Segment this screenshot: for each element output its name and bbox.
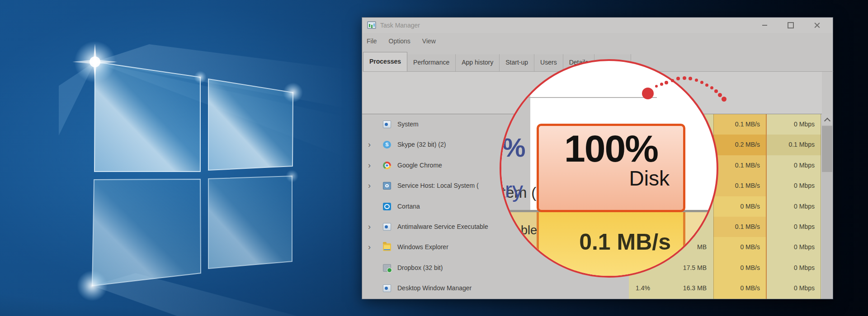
net-cell: 0 Mbps — [767, 196, 821, 217]
disk-cell: 0.1 MB/s — [713, 114, 767, 135]
servicehost-icon — [383, 182, 391, 190]
scroll-up-icon[interactable] — [822, 114, 832, 125]
chrome-icon — [383, 162, 391, 169]
process-name: Skype (32 bit) (2) — [397, 135, 446, 155]
trail-dot — [700, 81, 703, 84]
net-cell: 0 Mbps — [767, 258, 821, 278]
process-row[interactable]: Desktop Window Manager1.4%16.3 MB0 MB/s0… — [362, 278, 822, 298]
magnified-disk-header: 100% Disk — [537, 124, 685, 212]
net-cell: 0 Mbps — [767, 237, 821, 257]
trail-dot — [660, 83, 663, 86]
expander-icon[interactable]: › — [368, 135, 371, 155]
task-manager-icon — [367, 21, 376, 29]
folder-icon — [383, 243, 391, 251]
trail-dot — [705, 84, 708, 87]
skype-icon — [383, 141, 391, 149]
magnifier-overlay: % ystem ( ry cutable 0.1 MB/s 100% Disk — [500, 59, 718, 278]
magnified-disk-rate: 0.1 MB/s — [537, 229, 685, 255]
cpu-cell: 1.4% — [629, 278, 658, 298]
net-cell: 0 Mbps — [767, 278, 821, 298]
trail-dot — [689, 77, 692, 80]
maximize-button[interactable] — [778, 18, 804, 33]
process-name: Google Chrome — [397, 155, 442, 176]
mem-cell: 16.3 MB — [658, 278, 713, 298]
close-button[interactable] — [804, 18, 830, 33]
trail-dot — [676, 77, 680, 80]
magnified-fragment-ry: ry — [505, 177, 523, 202]
menu-item-file[interactable]: File — [367, 37, 377, 45]
magnified-disk-percent: 100% — [539, 127, 683, 171]
expander-icon[interactable]: › — [368, 155, 371, 176]
window-icon — [383, 223, 391, 231]
minimize-button[interactable] — [751, 18, 778, 33]
menu-item-view[interactable]: View — [422, 37, 436, 45]
tab-users[interactable]: Users — [534, 54, 563, 71]
disk-cell: 0.1 MB/s — [713, 176, 767, 196]
trail-dot — [695, 79, 698, 82]
net-cell: 0 Mbps — [767, 217, 821, 237]
trail-dot — [671, 79, 674, 82]
dropbox-icon — [383, 264, 391, 272]
process-name: Desktop Window Manager — [397, 278, 472, 298]
title-bar: Task Manager — [362, 18, 833, 33]
process-name: Antimalware Service Executable — [397, 217, 488, 237]
trail-dot — [714, 89, 718, 93]
expander-icon[interactable]: › — [368, 176, 371, 196]
trail-dot — [683, 76, 686, 80]
process-name: Cortana — [397, 196, 420, 217]
process-name: Windows Explorer — [397, 237, 448, 257]
trail-dot — [655, 85, 658, 88]
scrollbar[interactable] — [822, 114, 832, 299]
net-cell: 0.1 Mbps — [767, 135, 821, 155]
disk-cell: 0 MB/s — [713, 278, 767, 298]
trail-dot — [722, 97, 726, 102]
disk-cell: 0 MB/s — [713, 258, 767, 278]
process-name: Service Host: Local System ( — [397, 176, 479, 196]
trail-dot — [710, 86, 713, 89]
disk-cell: 0 MB/s — [713, 237, 767, 257]
tab-processes[interactable]: Processes — [363, 52, 407, 71]
disk-cell: 0.2 MB/s — [713, 135, 767, 155]
menu-bar: FileOptionsView — [362, 33, 833, 49]
expander-icon[interactable]: › — [368, 237, 371, 257]
window-icon — [383, 284, 391, 292]
net-cell: 0 Mbps — [767, 114, 821, 135]
window-title: Task Manager — [380, 22, 420, 29]
trail-dot — [718, 93, 722, 97]
tab-app-history[interactable]: App history — [456, 54, 500, 71]
process-name: System — [397, 114, 419, 135]
net-cell: 0 Mbps — [767, 155, 821, 176]
tab-start-up[interactable]: Start-up — [500, 54, 534, 71]
disk-cell: 0 MB/s — [713, 196, 767, 217]
trail-dot — [665, 81, 668, 84]
scrollbar-thumb[interactable] — [822, 126, 832, 172]
expander-icon[interactable]: › — [368, 217, 371, 237]
menu-item-options[interactable]: Options — [389, 37, 410, 45]
disk-cell: 0.1 MB/s — [713, 155, 767, 176]
windows-logo — [59, 41, 348, 316]
disk-cell: 0.1 MB/s — [713, 217, 767, 237]
window-icon — [383, 121, 391, 128]
desktop-banner: Task Manager FileOptionsView ProcessesPe… — [0, 0, 868, 316]
net-cell: 0 Mbps — [767, 176, 821, 196]
magnified-fragment-percent: % — [502, 132, 526, 163]
tab-performance[interactable]: Performance — [407, 54, 456, 71]
cortana-icon — [383, 203, 391, 210]
trail-dot — [642, 88, 654, 99]
process-name: Dropbox (32 bit) — [397, 258, 443, 278]
